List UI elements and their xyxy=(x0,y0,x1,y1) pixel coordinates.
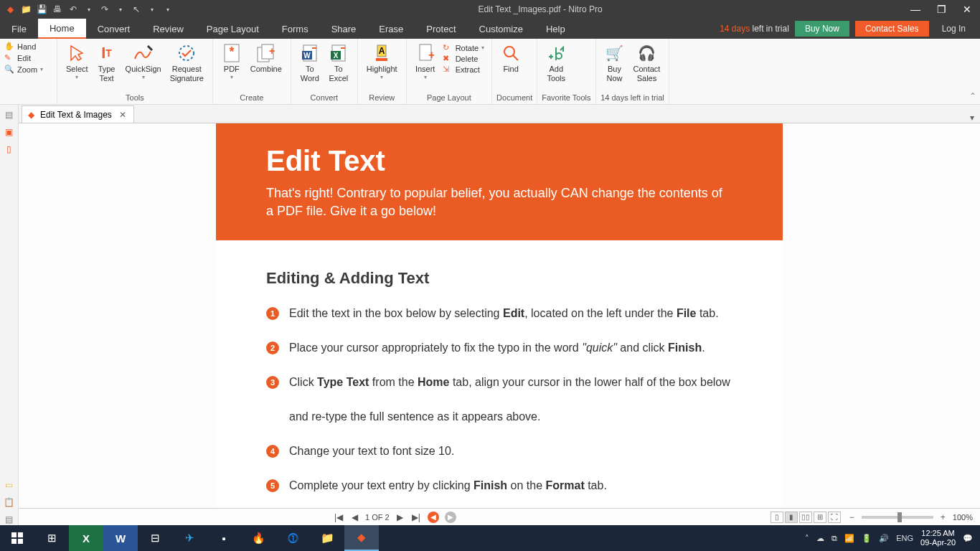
cart-icon: 🛒 xyxy=(605,43,625,63)
document-tab[interactable]: ◆ Edit Text & Images ✕ xyxy=(22,105,134,123)
step-text: Complete your text entry by clicking Fin… xyxy=(289,477,607,494)
page-body: Editing & Adding Text 1Edit the text in … xyxy=(216,240,783,508)
tab-review[interactable]: Review xyxy=(141,19,195,39)
taskbar-1password-icon[interactable]: ⓵ xyxy=(275,525,310,551)
taskbar-calculator-icon[interactable]: ⊟ xyxy=(138,525,172,551)
attachments-panel-icon[interactable]: 📋 xyxy=(4,496,15,508)
tab-erase[interactable]: Erase xyxy=(367,19,415,39)
maximize-button[interactable]: ❐ xyxy=(928,0,954,19)
combine-button[interactable]: +Combine xyxy=(246,42,286,75)
tray-onedrive-icon[interactable]: ☁ xyxy=(816,534,824,543)
taskbar-telegram-icon[interactable]: ✈ xyxy=(172,525,207,551)
single-page-view[interactable]: ▯ xyxy=(771,512,783,523)
tab-home[interactable]: Home xyxy=(38,19,86,39)
tab-overflow-button[interactable]: ▾ xyxy=(964,113,980,123)
to-word-button[interactable]: WTo Word xyxy=(296,42,324,85)
print-icon[interactable]: 🖶 xyxy=(52,4,63,15)
tray-wifi-icon[interactable]: 📶 xyxy=(844,534,854,543)
contact-sales-ribbon-button[interactable]: 🎧Contact Sales xyxy=(629,42,665,85)
tray-notifications-icon[interactable]: 💬 xyxy=(963,534,973,543)
zoom-in-button[interactable]: + xyxy=(938,512,948,522)
nav-forward-button[interactable]: ▶ xyxy=(445,512,456,523)
cursor-drop-icon[interactable]: ▾ xyxy=(146,4,158,15)
quicksign-button[interactable]: QuickSign▾ xyxy=(121,42,166,83)
clock[interactable]: 12:25 AM 09-Apr-20 xyxy=(920,529,956,547)
taskbar-excel-icon[interactable]: X xyxy=(69,525,103,551)
close-tab-button[interactable]: ✕ xyxy=(118,110,128,120)
cursor-tool-icon[interactable]: ↖ xyxy=(131,4,142,15)
task-view-button[interactable]: ⊞ xyxy=(34,525,69,551)
request-signature-button[interactable]: Request Signature xyxy=(166,42,208,85)
pages-panel-icon[interactable]: ▤ xyxy=(4,109,15,121)
nav-back-button[interactable]: ◀ xyxy=(428,512,439,523)
tab-page-layout[interactable]: Page Layout xyxy=(195,19,270,39)
tray-language[interactable]: ENG xyxy=(896,534,913,542)
taskbar-terminal-icon[interactable]: ▪ xyxy=(207,525,241,551)
continuous-view[interactable]: ▮ xyxy=(785,512,798,523)
step-number: 2 xyxy=(266,342,279,354)
tab-forms[interactable]: Forms xyxy=(270,19,320,39)
find-button[interactable]: Find xyxy=(496,42,525,75)
tab-share[interactable]: Share xyxy=(320,19,368,39)
zoom-slider[interactable] xyxy=(862,516,933,519)
windows-taskbar: ⊞ X W ⊟ ✈ ▪ 🔥 ⓵ 📁 ◆ ˄ ☁ ⧉ 📶 🔋 🔊 ENG 12:2… xyxy=(0,525,980,551)
tab-customize[interactable]: Customize xyxy=(468,19,534,39)
type-text-button[interactable]: ITType Text xyxy=(93,42,121,85)
save-icon[interactable]: 💾 xyxy=(36,4,47,15)
bookmarks-panel-icon[interactable]: ▣ xyxy=(4,126,15,138)
status-bar: |◀ ◀ 1 OF 2 ▶ ▶| ◀ ▶ ▯ ▮ ▯▯ ⊞ ⛶ − + 100% xyxy=(19,508,980,525)
highlight-button[interactable]: AHighlight▾ xyxy=(362,42,402,83)
redo-drop-icon[interactable]: ▾ xyxy=(115,4,126,15)
redo-icon[interactable]: ↷ xyxy=(99,4,110,15)
signatures-panel-icon[interactable]: ▯ xyxy=(4,143,15,155)
insert-button[interactable]: +Insert▾ xyxy=(411,42,440,83)
start-button[interactable] xyxy=(0,525,34,551)
edit-tool[interactable]: ✎Edit xyxy=(4,53,52,62)
tab-help[interactable]: Help xyxy=(534,19,577,39)
delete-icon: ✖ xyxy=(443,54,453,63)
close-button[interactable]: ✕ xyxy=(954,0,980,19)
undo-drop-icon[interactable]: ▾ xyxy=(83,4,95,15)
buy-now-button[interactable]: Buy Now xyxy=(795,21,849,37)
fullscreen-view[interactable]: ⛶ xyxy=(828,512,841,523)
taskbar-nitro-icon[interactable]: ◆ xyxy=(344,525,379,551)
contact-sales-button[interactable]: Contact Sales xyxy=(855,21,929,37)
tab-convert[interactable]: Convert xyxy=(86,19,142,39)
pdf-button[interactable]: *PDF▾ xyxy=(217,42,246,83)
taskbar-firefox-icon[interactable]: 🔥 xyxy=(241,525,275,551)
zoom-out-button[interactable]: − xyxy=(847,512,857,522)
delete-button[interactable]: ✖Delete xyxy=(443,54,484,63)
taskbar-explorer-icon[interactable]: 📁 xyxy=(310,525,344,551)
tab-protect[interactable]: Protect xyxy=(415,19,467,39)
ribbon-group-convert: WTo Word XTo Excel Convert xyxy=(291,39,358,104)
buy-now-ribbon-button[interactable]: 🛒Buy Now xyxy=(600,42,629,85)
next-page-button[interactable]: ▶ xyxy=(395,512,405,522)
rotate-button[interactable]: ↻Rotate ▾ xyxy=(443,43,484,52)
document-canvas[interactable]: Edit Text That's right! Contrary to popu… xyxy=(19,123,980,508)
last-page-button[interactable]: ▶| xyxy=(410,512,422,522)
open-folder-icon[interactable]: 📁 xyxy=(20,4,32,15)
tray-dropbox-icon[interactable]: ⧉ xyxy=(831,534,837,543)
qat-drop-icon[interactable]: ▾ xyxy=(162,4,174,15)
tray-volume-icon[interactable]: 🔊 xyxy=(879,534,889,543)
comment-panel-icon[interactable]: ▭ xyxy=(4,479,15,491)
facing-view[interactable]: ▯▯ xyxy=(799,512,812,523)
extract-button[interactable]: ⇲Extract xyxy=(443,65,484,74)
tray-battery-icon[interactable]: 🔋 xyxy=(862,534,872,543)
add-tools-button[interactable]: Add Tools xyxy=(542,42,570,85)
select-button[interactable]: Select▾ xyxy=(62,42,93,83)
login-button[interactable]: Log In xyxy=(935,24,973,34)
tab-file[interactable]: File xyxy=(0,19,38,39)
zoom-tool[interactable]: 🔍Zoom ▾ xyxy=(4,65,52,74)
undo-icon[interactable]: ↶ xyxy=(67,4,79,15)
taskbar-word-icon[interactable]: W xyxy=(103,525,138,551)
to-excel-button[interactable]: XTo Excel xyxy=(324,42,353,85)
hand-tool[interactable]: ✋Hand xyxy=(4,42,52,51)
output-panel-icon[interactable]: ▤ xyxy=(4,514,15,525)
minimize-button[interactable]: — xyxy=(903,0,928,19)
collapse-ribbon-button[interactable]: ⌃ xyxy=(966,39,980,104)
facing-continuous-view[interactable]: ⊞ xyxy=(814,512,826,523)
first-page-button[interactable]: |◀ xyxy=(333,512,344,522)
tray-overflow-icon[interactable]: ˄ xyxy=(805,534,809,543)
prev-page-button[interactable]: ◀ xyxy=(350,512,359,522)
